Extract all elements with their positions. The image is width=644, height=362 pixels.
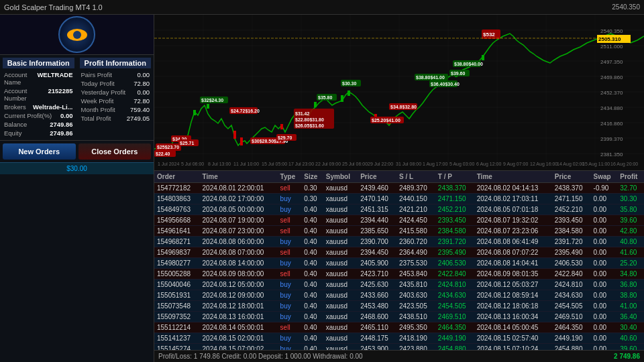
cell-close-price: 2449.190 — [552, 333, 591, 344]
close-orders-button[interactable]: Close Orders — [78, 143, 152, 160]
cell-size: 0.40 — [301, 237, 323, 247]
cell-sl: 2375.530 — [396, 258, 435, 269]
col-sl: S / L — [396, 171, 435, 183]
cell-symbol: xauusd — [323, 226, 358, 237]
svg-rect-26 — [341, 95, 343, 102]
svg-rect-32 — [482, 55, 484, 60]
svg-text:14 Aug 02:00: 14 Aug 02:00 — [557, 162, 584, 167]
col-close-price: Price — [552, 171, 591, 183]
cell-type: buy — [278, 280, 302, 290]
cell-order: 154849763 — [154, 204, 200, 215]
cell-open-time: 2024.08.08 06:00:00 — [200, 237, 278, 247]
svg-text:$38.80$40.00: $38.80$40.00 — [454, 62, 483, 67]
cell-sl: 2360.720 — [396, 237, 435, 247]
trade-table-body: 154772182 2024.08.01 22:00:01 sell 0.30 … — [154, 183, 644, 363]
left-panel: Basic Information Account NameWELTRADEAc… — [0, 15, 154, 362]
svg-text:$34.8$32.80: $34.8$32.80 — [390, 105, 417, 110]
cell-sl: 2423.505 — [396, 301, 435, 312]
cell-size: 0.40 — [301, 280, 323, 290]
cell-profit: 30.40 — [617, 322, 644, 333]
cell-price: 2394.440 — [358, 215, 396, 226]
current-price: 2540.350 — [612, 3, 640, 11]
svg-text:8 Jul 13:00: 8 Jul 13:00 — [208, 162, 231, 166]
profit-info-row: Week Profit72.80 — [80, 97, 152, 105]
svg-text:2434.880: 2434.880 — [600, 105, 623, 111]
svg-text:$22.80$31.80: $22.80$31.80 — [295, 117, 324, 123]
cell-tp: 2469.510 — [435, 312, 474, 322]
cell-symbol: xauusd — [323, 194, 358, 204]
table-row: 155040046 2024.08.12 05:00:00 buy 0.40 x… — [154, 280, 644, 290]
cell-tp: 2395.490 — [435, 247, 474, 258]
cell-type: sell — [278, 226, 302, 237]
cell-type: buy — [278, 237, 302, 247]
col-price: Price — [358, 171, 396, 183]
cell-profit: 36.40 — [617, 312, 644, 322]
status-text: Profit/Loss: 1 749.86 Credit: 0.00 Depos… — [158, 353, 363, 360]
svg-text:$532: $532 — [483, 32, 495, 38]
profit-value: 72.80 — [133, 80, 150, 87]
cell-symbol: xauusd — [323, 333, 358, 344]
cell-close-price: 2422.840 — [552, 269, 591, 280]
action-buttons: New Orders Close Orders — [0, 141, 154, 162]
cell-tp: 2454.505 — [435, 301, 474, 312]
cell-type: sell — [278, 183, 302, 194]
cell-price: 2390.700 — [358, 237, 396, 247]
svg-text:$35.80: $35.80 — [318, 95, 333, 101]
cell-type: sell — [278, 322, 302, 333]
svg-text:$25.20$41.00: $25.20$41.00 — [372, 118, 400, 123]
cell-open-time: 2024.08.09 08:00:00 — [200, 269, 278, 280]
table-row: 155005288 2024.08.09 08:00:00 sell 0.40 … — [154, 269, 644, 280]
cell-type: buy — [278, 290, 302, 301]
cell-profit: 34.80 — [617, 269, 644, 280]
svg-text:2511.000: 2511.000 — [600, 44, 623, 50]
svg-text:22 Jul 09:00: 22 Jul 09:00 — [315, 162, 341, 166]
svg-text:16 Aug 20:00: 16 Aug 20:00 — [610, 162, 638, 167]
cell-open-time: 2024.08.12 09:00:00 — [200, 290, 278, 301]
cell-close-time: 2024.08.02 17:03:11 — [474, 194, 552, 204]
cell-price: 2451.315 — [358, 204, 396, 215]
svg-text:15 Jul 05:00: 15 Jul 05:00 — [262, 162, 287, 166]
cell-price: 2465.110 — [358, 322, 396, 333]
info-value: 2749.86 — [50, 129, 72, 137]
svg-text:2540.350: 2540.350 — [600, 28, 623, 34]
cell-type: sell — [278, 215, 302, 226]
cell-close-price: 2464.350 — [552, 322, 591, 333]
profit-label: Month Profit — [81, 106, 115, 113]
cell-symbol: xauusd — [323, 301, 358, 312]
price-chart: 2540.350 2511.000 2497.350 2469.860 2452… — [154, 15, 644, 169]
chart-area: 2540.350 2511.000 2497.350 2469.860 2452… — [154, 15, 644, 362]
table-row: 154961641 2024.08.07 23:00:00 sell 0.40 … — [154, 226, 644, 237]
new-orders-button[interactable]: New Orders — [3, 143, 76, 160]
table-row: 155051931 2024.08.12 09:00:00 buy 0.40 x… — [154, 290, 644, 301]
cell-symbol: xauusd — [323, 280, 358, 290]
svg-text:5 Jul 06:00: 5 Jul 06:00 — [181, 162, 204, 166]
cell-price: 2433.660 — [358, 290, 396, 301]
info-label: Brokers — [4, 103, 26, 111]
cell-close-time: 2024.08.12 05:03:27 — [474, 280, 552, 290]
cell-profit: 40.60 — [617, 333, 644, 344]
svg-rect-22 — [233, 131, 236, 139]
table-row: 154969837 2024.08.08 07:00:00 sell 0.40 … — [154, 247, 644, 258]
svg-text:2381.350: 2381.350 — [600, 152, 623, 158]
basic-info-row: Current Profit(%)0.00 — [3, 111, 74, 120]
cell-profit: 36.80 — [617, 280, 644, 290]
svg-rect-20 — [193, 110, 196, 115]
table-row: 155073548 2024.08.12 18:00:01 buy 0.40 x… — [154, 301, 644, 312]
col-size: Size — [301, 171, 323, 183]
cell-swap: -0.90 — [591, 183, 618, 194]
trade-table-container[interactable]: Order Time Type Size Symbol Price S / L … — [154, 170, 644, 362]
cell-swap: 0.00 — [591, 247, 618, 258]
cell-swap: 0.00 — [591, 204, 618, 215]
cell-close-time: 2024.08.05 07:01:18 — [474, 204, 552, 215]
info-label: Equity — [4, 129, 21, 137]
cell-tp: 2438.370 — [435, 183, 474, 194]
info-value: Weltrade-Li... — [33, 103, 72, 111]
cell-sl: 2418.190 — [396, 333, 435, 344]
profit-label: Pairs Profit — [81, 71, 112, 78]
svg-text:2505.310: 2505.310 — [598, 36, 621, 42]
cell-close-time: 2024.08.12 18:06:18 — [474, 301, 552, 312]
cell-symbol: xauusd — [323, 312, 358, 322]
cell-close-time: 2024.08.07 19:32:02 — [474, 215, 552, 226]
basic-info-section: Basic Information Account NameWELTRADEAc… — [0, 55, 77, 140]
cell-size: 0.40 — [301, 312, 323, 322]
